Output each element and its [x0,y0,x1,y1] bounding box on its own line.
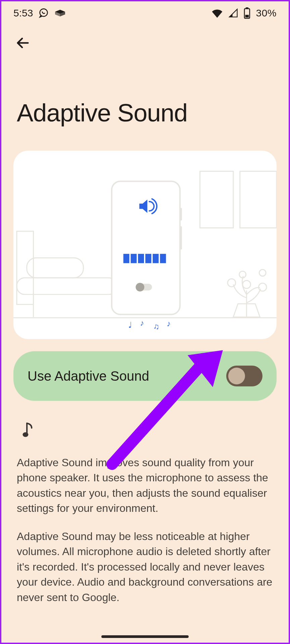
wifi-icon [211,8,223,18]
svg-rect-22 [180,226,182,249]
music-note-icon [22,422,273,442]
svg-rect-12 [27,258,84,278]
signal-icon [228,8,238,18]
status-left: 5:53 [13,7,66,19]
svg-point-15 [243,280,251,288]
svg-text:♪: ♪ [140,319,144,327]
svg-point-17 [258,283,267,291]
svg-text:♫: ♫ [153,322,159,331]
svg-rect-25 [138,254,144,263]
svg-rect-11 [17,278,117,294]
status-right: 30% [211,7,277,19]
svg-text:♪: ♪ [167,319,171,328]
battery-icon [244,7,250,19]
svg-point-0 [40,9,48,16]
svg-rect-24 [131,254,137,263]
whatsapp-icon [38,8,49,18]
svg-rect-8 [200,171,233,228]
arrow-back-icon [15,35,31,51]
info-paragraph-1: Adaptive Sound improves sound quality fr… [17,455,273,516]
svg-rect-23 [123,254,129,263]
svg-rect-21 [180,208,182,221]
switch-knob [228,368,245,384]
page-title: Adaptive Sound [1,55,289,151]
status-time: 5:53 [13,7,33,19]
nav-bar [1,25,289,55]
status-bar: 5:53 [1,1,289,25]
info-paragraph-2: Adaptive Sound may be less noticeable at… [17,529,273,605]
svg-rect-10 [17,231,34,304]
svg-point-19 [259,269,266,276]
svg-point-35 [22,432,28,437]
svg-rect-6 [245,15,249,17]
illustration-card: ♩ ♪ ♫ ♪ [13,151,277,339]
svg-rect-28 [160,254,166,263]
info-section: Adaptive Sound improves sound quality fr… [1,401,289,605]
svg-text:♩: ♩ [128,321,132,329]
adaptive-sound-switch[interactable] [226,366,262,386]
svg-rect-9 [240,171,277,228]
toggle-label: Use Adaptive Sound [28,369,149,384]
package-icon [54,8,66,18]
adaptive-sound-illustration: ♩ ♪ ♫ ♪ [13,151,277,339]
svg-rect-26 [145,254,151,263]
battery-percent: 30% [256,7,277,19]
back-button[interactable] [11,31,35,55]
svg-rect-27 [153,254,159,263]
gesture-nav-bar[interactable] [101,635,189,638]
device-frame: 5:53 [0,0,290,644]
svg-point-16 [228,279,236,287]
use-adaptive-sound-row[interactable]: Use Adaptive Sound [13,351,277,401]
svg-point-30 [136,283,144,291]
